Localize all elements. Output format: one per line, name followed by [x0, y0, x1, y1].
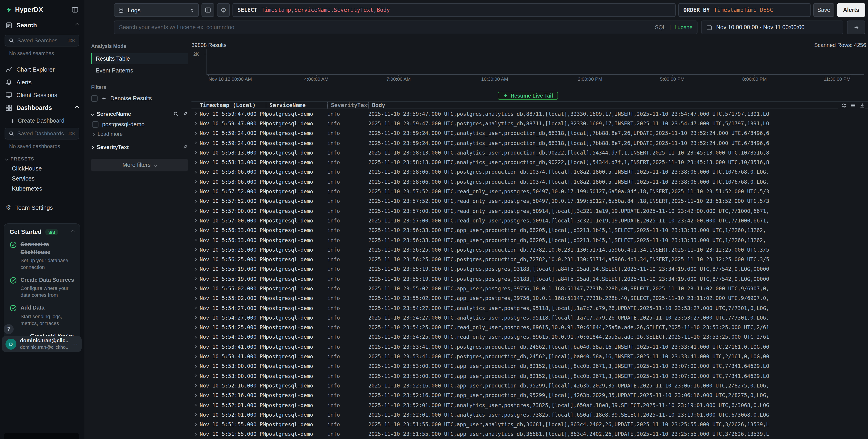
log-row[interactable]: Nov 10 5:57:52.000 PM postgresql-demo in…: [191, 196, 868, 206]
row-expand-chevron-icon[interactable]: [191, 403, 200, 407]
select-clause-editor[interactable]: SELECT Timestamp,ServiceName,SeverityTex…: [232, 3, 676, 17]
sidebar-item-alerts[interactable]: Alerts: [0, 76, 84, 88]
sidebar-item-dashboards[interactable]: Dashboards: [0, 102, 84, 114]
get-started-step[interactable]: Connect to ClickHouse Set up your databa…: [9, 241, 74, 271]
log-row[interactable]: Nov 10 5:53:00.000 PM postgresql-demo in…: [191, 361, 868, 371]
row-expand-chevron-icon[interactable]: [191, 151, 200, 155]
row-expand-chevron-icon[interactable]: [191, 286, 200, 291]
col-header-timestamp[interactable]: Timestamp (Local): [200, 102, 266, 108]
row-expand-chevron-icon[interactable]: [191, 131, 200, 135]
facet-option-postgresql-demo[interactable]: postgresql-demo: [91, 121, 188, 128]
row-expand-chevron-icon[interactable]: [191, 170, 200, 174]
row-expand-chevron-icon[interactable]: [191, 325, 200, 330]
event-search-box[interactable]: SQL | Lucene: [114, 21, 698, 34]
search-submit-button[interactable]: [847, 21, 865, 34]
log-row[interactable]: Nov 10 5:58:06.000 PM postgresql-demo in…: [191, 177, 868, 187]
mode-sql-label[interactable]: SQL: [655, 24, 666, 31]
user-menu[interactable]: D dominic.tran@clic... dominic.tran@clic…: [2, 336, 82, 352]
row-expand-chevron-icon[interactable]: [191, 199, 200, 203]
sidebar-item-client-sessions[interactable]: Client Sessions: [0, 89, 84, 101]
mode-results-table[interactable]: Results Table: [91, 53, 188, 64]
sidebar-collapse-icon[interactable]: [71, 6, 79, 13]
log-row[interactable]: Nov 10 5:59:24.000 PM postgresql-demo in…: [191, 128, 868, 138]
log-row[interactable]: Nov 10 5:51:55.000 PM postgresql-demo in…: [191, 419, 868, 430]
get-started-header[interactable]: Get Started 3/3: [9, 228, 74, 235]
sidebar-item-chart-explorer[interactable]: Chart Explorer: [0, 63, 84, 75]
log-row[interactable]: Nov 10 5:51:55.000 PM postgresql-demo in…: [191, 430, 868, 439]
row-expand-chevron-icon[interactable]: [191, 228, 200, 232]
row-expand-chevron-icon[interactable]: [191, 335, 200, 339]
denoise-checkbox[interactable]: [91, 95, 98, 102]
log-row[interactable]: Nov 10 5:59:24.000 PM postgresql-demo in…: [191, 138, 868, 148]
log-row[interactable]: Nov 10 5:53:41.000 PM postgresql-demo in…: [191, 352, 868, 362]
download-icon[interactable]: [859, 102, 865, 108]
resume-live-tail-button[interactable]: Resume Live Tail: [498, 92, 558, 100]
row-expand-chevron-icon[interactable]: [191, 112, 200, 116]
row-expand-chevron-icon[interactable]: [191, 296, 200, 301]
get-started-step[interactable]: Create Data Sources Configure where your…: [9, 276, 74, 299]
saved-searches-input[interactable]: Saved Searches ⌘K: [5, 35, 79, 46]
log-row[interactable]: Nov 10 5:54:25.000 PM postgresql-demo in…: [191, 322, 868, 332]
row-expand-chevron-icon[interactable]: [191, 413, 200, 417]
row-expand-chevron-icon[interactable]: [191, 394, 200, 398]
pin-icon[interactable]: [182, 111, 188, 117]
row-expand-chevron-icon[interactable]: [191, 354, 200, 358]
sidebar-item-team-settings[interactable]: ⚙ Team Settings: [0, 201, 84, 213]
log-row[interactable]: Nov 10 5:53:00.000 PM postgresql-demo in…: [191, 371, 868, 381]
row-expand-chevron-icon[interactable]: [191, 160, 200, 164]
col-header-severitytext[interactable]: SeverityText: [327, 102, 368, 108]
facet-option-checkbox[interactable]: [92, 121, 98, 128]
preset-clickhouse[interactable]: ClickHouse: [0, 163, 84, 173]
log-row[interactable]: Nov 10 5:52:01.000 PM postgresql-demo in…: [191, 410, 868, 419]
log-row[interactable]: Nov 10 5:52:01.000 PM postgresql-demo in…: [191, 400, 868, 410]
denoise-results-toggle[interactable]: Denoise Results: [91, 95, 188, 102]
saved-dashboards-input[interactable]: Saved Dashboards ⌘K: [5, 128, 79, 139]
row-expand-chevron-icon[interactable]: [191, 141, 200, 145]
row-expand-chevron-icon[interactable]: [191, 122, 200, 126]
table-settings-icon[interactable]: [841, 102, 847, 108]
order-by-editor[interactable]: ORDER BY TimestampTime DESC: [678, 3, 811, 17]
log-row[interactable]: Nov 10 5:54:27.000 PM postgresql-demo in…: [191, 303, 868, 313]
event-search-input[interactable]: [119, 24, 651, 31]
source-select[interactable]: Logs: [114, 3, 199, 17]
create-dashboard-button[interactable]: Create Dashboard: [10, 118, 84, 124]
source-settings-button[interactable]: [202, 3, 214, 17]
row-expand-chevron-icon[interactable]: [191, 432, 200, 436]
save-button[interactable]: Save: [813, 3, 834, 17]
load-more-button[interactable]: Load more: [91, 131, 188, 137]
row-expand-chevron-icon[interactable]: [191, 277, 200, 281]
log-row[interactable]: Nov 10 5:57:00.000 PM postgresql-demo in…: [191, 216, 868, 226]
more-filters-button[interactable]: More filters: [91, 159, 188, 171]
ellipsis-icon[interactable]: ⋯: [72, 341, 78, 347]
log-row[interactable]: Nov 10 5:55:19.000 PM postgresql-demo in…: [191, 264, 868, 274]
mode-lucene-label[interactable]: Lucene: [675, 24, 692, 31]
get-started-step[interactable]: Add Data Start sending logs, metrics, or…: [9, 304, 74, 326]
row-expand-chevron-icon[interactable]: [191, 422, 200, 427]
alerts-button[interactable]: Alerts: [837, 3, 865, 17]
help-button[interactable]: ?: [4, 324, 14, 334]
preset-kubernetes[interactable]: Kubernetes: [0, 183, 84, 193]
log-row[interactable]: Nov 10 5:53:41.000 PM postgresql-demo in…: [191, 342, 868, 352]
log-row[interactable]: Nov 10 5:58:13.000 PM postgresql-demo in…: [191, 148, 868, 157]
row-expand-chevron-icon[interactable]: [191, 219, 200, 223]
log-row[interactable]: Nov 10 5:52:16.000 PM postgresql-demo in…: [191, 390, 868, 400]
row-expand-chevron-icon[interactable]: [191, 209, 200, 213]
row-expand-chevron-icon[interactable]: [191, 180, 200, 184]
facet-search-icon[interactable]: [173, 111, 179, 117]
col-header-body[interactable]: Body: [368, 102, 868, 108]
facet-severitytext[interactable]: SeverityText: [91, 144, 188, 151]
log-row[interactable]: Nov 10 5:54:25.000 PM postgresql-demo in…: [191, 332, 868, 342]
list-view-icon[interactable]: [850, 102, 856, 108]
row-expand-chevron-icon[interactable]: [191, 248, 200, 252]
row-expand-chevron-icon[interactable]: [191, 267, 200, 271]
query-settings-button[interactable]: ⚙: [217, 3, 230, 17]
date-range-picker[interactable]: Nov 10 00:00:00 - Nov 11 00:00:00: [701, 21, 843, 34]
log-row[interactable]: Nov 10 5:56:33.000 PM postgresql-demo in…: [191, 225, 868, 235]
mode-event-patterns[interactable]: Event Patterns: [91, 65, 188, 76]
row-expand-chevron-icon[interactable]: [191, 345, 200, 349]
log-row[interactable]: Nov 10 5:54:27.000 PM postgresql-demo in…: [191, 313, 868, 322]
row-expand-chevron-icon[interactable]: [191, 257, 200, 261]
log-row[interactable]: Nov 10 5:55:02.000 PM postgresql-demo in…: [191, 293, 868, 303]
log-row[interactable]: Nov 10 5:56:25.000 PM postgresql-demo in…: [191, 255, 868, 264]
row-expand-chevron-icon[interactable]: [191, 306, 200, 310]
